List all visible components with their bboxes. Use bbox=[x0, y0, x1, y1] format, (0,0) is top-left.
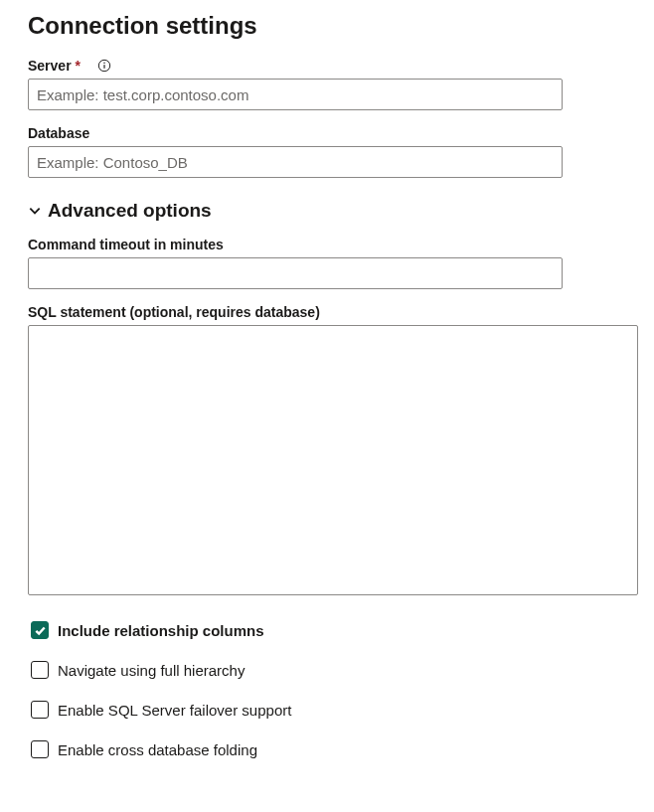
checkbox-icon bbox=[31, 621, 49, 639]
required-indicator: * bbox=[76, 58, 81, 74]
checkbox-label: Navigate using full hierarchy bbox=[58, 662, 245, 679]
advanced-options-title: Advanced options bbox=[48, 200, 212, 222]
advanced-options-toggle[interactable]: Advanced options bbox=[28, 200, 626, 222]
sql-label: SQL statement (optional, requires databa… bbox=[28, 304, 626, 320]
page-title: Connection settings bbox=[28, 12, 626, 40]
svg-point-2 bbox=[103, 62, 104, 63]
database-input[interactable] bbox=[28, 146, 563, 178]
timeout-field-group: Command timeout in minutes bbox=[28, 237, 626, 289]
database-field-group: Database bbox=[28, 125, 626, 178]
server-input[interactable] bbox=[28, 79, 563, 110]
database-label-text: Database bbox=[28, 125, 89, 141]
sql-label-text: SQL statement (optional, requires databa… bbox=[28, 304, 320, 320]
check-include-relationship-columns[interactable]: Include relationship columns bbox=[31, 621, 626, 639]
timeout-label: Command timeout in minutes bbox=[28, 237, 626, 252]
timeout-label-text: Command timeout in minutes bbox=[28, 237, 224, 252]
sql-statement-input[interactable] bbox=[28, 325, 638, 595]
checkbox-label: Enable SQL Server failover support bbox=[58, 702, 291, 719]
sql-field-group: SQL statement (optional, requires databa… bbox=[28, 304, 626, 599]
info-icon[interactable] bbox=[96, 58, 112, 74]
server-label: Server * bbox=[28, 58, 626, 74]
checkbox-label: Enable cross database folding bbox=[58, 741, 257, 758]
chevron-down-icon bbox=[28, 204, 42, 218]
checkbox-icon bbox=[31, 740, 49, 758]
timeout-input[interactable] bbox=[28, 257, 563, 289]
svg-rect-1 bbox=[103, 65, 104, 69]
checkbox-label: Include relationship columns bbox=[58, 622, 264, 639]
database-label: Database bbox=[28, 125, 626, 141]
check-navigate-full-hierarchy[interactable]: Navigate using full hierarchy bbox=[31, 661, 626, 679]
server-label-text: Server bbox=[28, 58, 72, 74]
advanced-checkbox-group: Include relationship columns Navigate us… bbox=[28, 621, 626, 758]
checkbox-icon bbox=[31, 661, 49, 679]
check-failover-support[interactable]: Enable SQL Server failover support bbox=[31, 701, 626, 719]
server-field-group: Server * bbox=[28, 58, 626, 110]
check-cross-db-folding[interactable]: Enable cross database folding bbox=[31, 740, 626, 758]
checkbox-icon bbox=[31, 701, 49, 719]
